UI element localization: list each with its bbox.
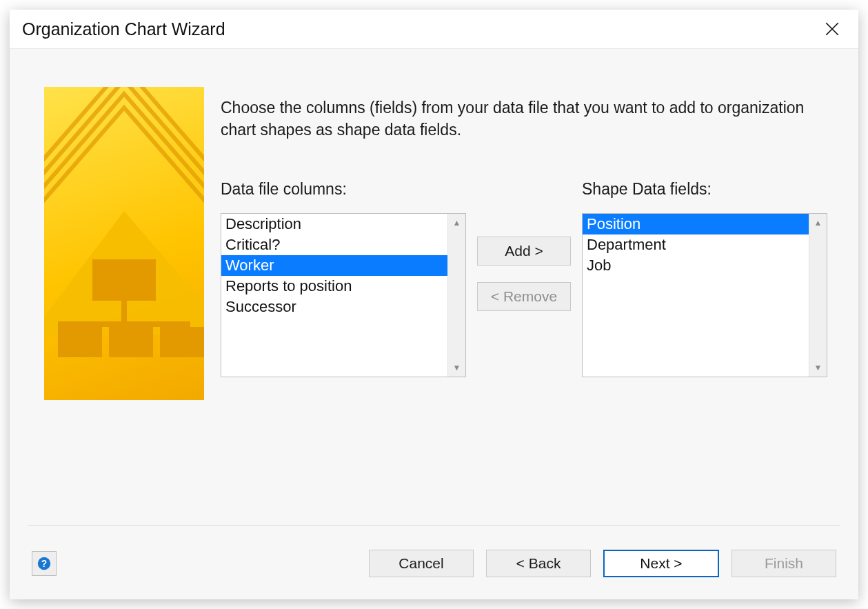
nav-buttons: Cancel < Back Next > Finish — [369, 550, 836, 577]
source-listbox[interactable]: DescriptionCritical?WorkerReports to pos… — [221, 213, 466, 377]
transfer-buttons: Add > < Remove — [477, 237, 571, 311]
add-button[interactable]: Add > — [477, 237, 571, 266]
dest-list-items: PositionDepartmentJob — [583, 214, 809, 377]
wizard-illustration — [44, 87, 204, 400]
list-item[interactable]: Position — [583, 214, 809, 234]
scroll-down-icon: ▼ — [814, 363, 822, 372]
wizard-dialog: Organization Chart Wizard — [10, 10, 858, 599]
help-button[interactable]: ? — [32, 551, 57, 576]
list-item[interactable]: Job — [583, 255, 809, 276]
cancel-button[interactable]: Cancel — [369, 550, 474, 577]
svg-rect-3 — [58, 327, 102, 357]
list-item[interactable]: Description — [221, 214, 447, 234]
footer: ? Cancel < Back Next > Finish — [28, 525, 840, 599]
dialog-body: Choose the columns (fields) from your da… — [10, 48, 858, 599]
list-item[interactable]: Reports to position — [221, 276, 447, 297]
dest-scrollbar[interactable]: ▲ ▼ — [809, 214, 827, 377]
source-list-items: DescriptionCritical?WorkerReports to pos… — [221, 214, 447, 377]
content-area: Choose the columns (fields) from your da… — [10, 49, 858, 525]
close-icon — [825, 22, 839, 36]
close-button[interactable] — [818, 15, 846, 43]
list-item[interactable]: Department — [583, 234, 809, 255]
remove-button[interactable]: < Remove — [477, 282, 571, 311]
svg-rect-2 — [58, 321, 190, 327]
svg-rect-4 — [109, 327, 153, 357]
dest-list-label: Shape Data fields: — [582, 180, 711, 199]
list-item[interactable]: Worker — [221, 255, 447, 276]
back-button[interactable]: < Back — [486, 550, 591, 577]
svg-rect-5 — [160, 327, 204, 357]
instruction-text: Choose the columns (fields) from your da… — [221, 97, 817, 141]
next-button[interactable]: Next > — [603, 550, 719, 577]
dialog-title: Organization Chart Wizard — [22, 19, 225, 39]
source-list-label: Data file columns: — [221, 180, 347, 199]
svg-text:?: ? — [41, 559, 47, 569]
dest-listbox[interactable]: PositionDepartmentJob ▲ ▼ — [582, 213, 827, 377]
titlebar: Organization Chart Wizard — [10, 10, 858, 48]
list-item[interactable]: Critical? — [221, 234, 447, 255]
finish-button[interactable]: Finish — [731, 550, 836, 577]
scroll-down-icon: ▼ — [453, 363, 461, 372]
help-icon: ? — [37, 556, 52, 571]
list-item[interactable]: Successor — [221, 297, 447, 317]
source-scrollbar[interactable]: ▲ ▼ — [447, 214, 465, 377]
svg-rect-1 — [121, 301, 127, 321]
scroll-up-icon: ▲ — [814, 218, 822, 228]
scroll-up-icon: ▲ — [453, 218, 461, 228]
svg-rect-0 — [92, 259, 156, 301]
